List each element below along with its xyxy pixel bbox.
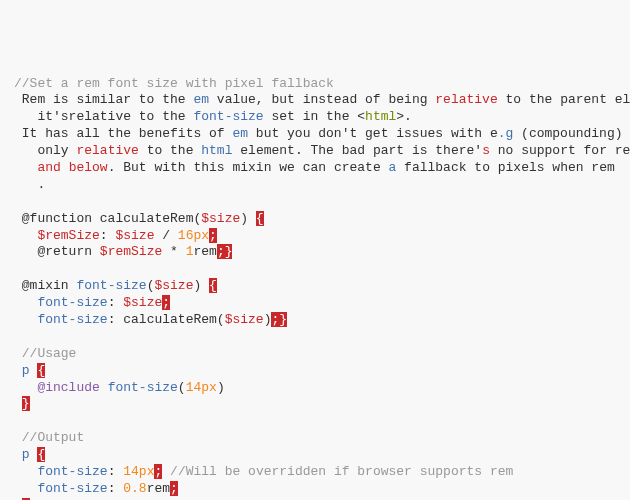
code-token: ;} [217,244,233,259]
code-token: //Output [14,430,84,445]
code-token [100,380,108,395]
code-token: . But with this mixin we can create [108,160,389,175]
code-token: ) [193,278,209,293]
code-token: html [201,143,232,158]
code-token: s [482,143,490,158]
code-token: value, but instead of being [209,92,435,107]
code-token: but you don't get issues with e [248,126,498,141]
code-token: 16px [178,228,209,243]
code-token: * [162,244,185,259]
code-block: //Set a rem font size with pixel fallbac… [14,76,616,500]
code-token: $size [201,211,240,226]
code-token [14,447,22,462]
code-token: @include [37,380,99,395]
code-token: .g [498,126,514,141]
code-token: ; [170,481,178,496]
code-token [14,160,37,175]
code-token: (compounding) since [513,126,630,141]
code-token: : [108,295,124,310]
code-token [162,464,170,479]
code-token: rem [147,481,170,496]
code-token: It has all the benefits of [14,126,232,141]
code-token: it'srelative to the [14,109,193,124]
code-token: html [365,109,396,124]
code-token: below [69,160,108,175]
code-token [14,380,37,395]
code-token: / [154,228,177,243]
code-token: { [37,363,45,378]
code-token: ; [209,228,217,243]
code-token: no support for rem [490,143,630,158]
code-token: to the parent element, [498,92,630,107]
code-token: only [14,143,76,158]
code-token: font-size [193,109,263,124]
code-token: @function calculateRem( [14,211,201,226]
code-token: $size [154,278,193,293]
code-token: font-size [37,312,107,327]
code-token: 0.8 [123,481,146,496]
code-token: Rem is similar to the [14,92,193,107]
code-token: $remSize [100,244,162,259]
code-token: p [22,447,30,462]
code-token: font-size [37,295,107,310]
code-token: ) [217,380,225,395]
code-token: em [232,126,248,141]
code-token: { [37,447,45,462]
code-token: and [37,160,60,175]
code-token [14,295,37,310]
code-token: 14px [186,380,217,395]
code-token: @mixin [14,278,76,293]
code-token: $size [225,312,264,327]
code-token: : [108,464,124,479]
code-token: to the [139,143,201,158]
code-token: set in the < [264,109,365,124]
code-token: @return [14,244,100,259]
code-token: font-size [76,278,146,293]
code-token: $size [123,295,162,310]
code-token: : [108,481,124,496]
code-token: font-size [108,380,178,395]
code-token: ;} [271,312,287,327]
code-token: fallback to pixels when rem [396,160,622,175]
code-token: : calculateRem( [108,312,225,327]
code-token: >. [396,109,412,124]
code-token: p [22,363,30,378]
code-token [14,464,37,479]
code-token [14,312,37,327]
code-token: //Will be overridden if browser supports… [170,464,513,479]
code-token: font-size [37,464,107,479]
code-token: ) [240,211,256,226]
code-token: rem [193,244,216,259]
code-token: relative [76,143,138,158]
code-token: element. The bad part is there' [232,143,482,158]
code-token: . [14,177,45,192]
code-token: { [256,211,264,226]
code-token [61,160,69,175]
code-token: font-size [37,481,107,496]
code-token: } [22,396,30,411]
code-token: ; [162,295,170,310]
code-token: em [193,92,209,107]
code-token [14,363,22,378]
code-token: : [100,228,116,243]
code-token: relative [435,92,497,107]
code-token: $size [115,228,154,243]
code-token: //Set a rem font size with pixel fallbac… [14,76,334,91]
code-token: { [209,278,217,293]
code-token: //Usage [14,346,76,361]
code-token [14,228,37,243]
code-token [14,481,37,496]
code-token: 14px [123,464,154,479]
code-token: ( [178,380,186,395]
code-token [14,396,22,411]
code-token: $remSize [37,228,99,243]
